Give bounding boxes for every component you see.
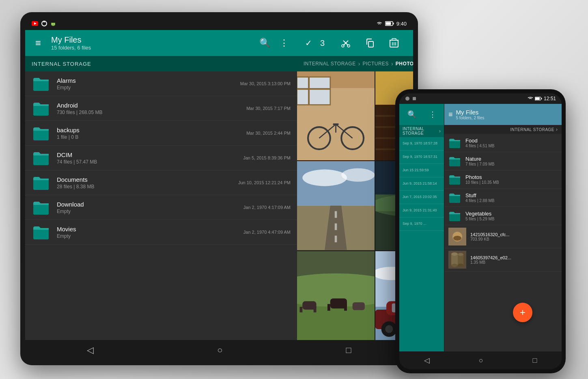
svg-rect-31 [297,88,330,90]
file-info: Movies Empty [57,226,237,239]
phone-content: 🔍 ⋮ INTERNAL STORAGE › Sep 9, 1970 18:57… [399,104,562,351]
svg-point-79 [405,97,409,101]
cut-icon[interactable] [341,38,351,48]
file-sub: 730 files | 268.05 MB [57,110,240,115]
recent-button[interactable]: □ [346,345,351,355]
file-list[interactable]: Alarms Empty Mar 30, 2015 3:13:00 PM And… [25,71,297,340]
phone-wifi-icon [528,97,533,101]
file-info: Android 730 files | 268.05 MB [57,102,240,115]
phone-search-icon[interactable]: 🔍 [407,110,416,119]
back-button[interactable]: ◁ [87,345,94,355]
svg-rect-82 [541,98,542,99]
svg-rect-4 [51,23,55,25]
phone-time: 12:51 [544,96,556,101]
photo-road-svg [297,161,375,250]
sidebar-date: Sep 9, 1970 ... [403,222,441,226]
phone-recent-button[interactable]: □ [532,356,537,365]
list-item[interactable]: Jun 9, 2015 21:58:14 [399,177,444,191]
list-item[interactable]: Jun 15 21:59:59 [399,164,444,177]
list-item[interactable]: Nature 7 files | 7.09 MB [444,152,562,170]
svg-point-95 [458,253,463,256]
phone-more-icon[interactable]: ⋮ [429,110,436,119]
phone-folder-icon [448,137,461,149]
list-item[interactable]: Download Empty Jan 2, 1970 4:17:09 AM [25,195,297,220]
svg-point-47 [302,170,347,186]
svg-rect-80 [413,97,416,100]
svg-point-94 [458,264,463,267]
phone-file-size: 1.35 MB [470,260,558,265]
list-item[interactable]: Sep 9, 1970 18:57:28 [399,137,444,151]
photo-cows-svg [297,251,375,340]
photo-cell[interactable] [297,251,375,340]
phone-fab-button[interactable]: + [513,303,532,322]
list-item[interactable]: Food 4 files | 4.51 MB [444,134,562,152]
tablet-left-panel: ≡ My Files 15 folders, 6 files 🔍 ⋮ INTER… [25,30,297,340]
file-name: backups [57,127,240,134]
list-item[interactable]: Android 730 files | 268.05 MB Mar 30, 20… [25,96,297,121]
file-date: Mar 30, 2015 3:13:00 PM [240,81,291,86]
svg-point-90 [451,264,458,267]
list-item[interactable]: 14605397426_e02... 1.35 MB [444,248,562,271]
phone-sidebar-items[interactable]: Sep 9, 1970 18:57:28 Sep 9, 1970 18:57:3… [399,137,444,351]
phone-battery-icon [535,97,542,101]
list-item[interactable]: Alarms Empty Mar 30, 2015 3:13:00 PM [25,71,297,96]
list-item[interactable]: DCIM 74 files | 57.47 MB Jan 5, 2015 8:3… [25,146,297,170]
phone-folder-info: Stuff 4 files | 2.88 MB [465,192,558,203]
file-info: backups 1 file | 0 B [57,127,240,140]
phone-folder-sub: 7 files | 7.09 MB [465,162,558,166]
list-item[interactable]: backups 1 file | 0 B Mar 30, 2015 2:44 P… [25,121,297,146]
phone-hamburger-icon[interactable]: ≡ [448,110,453,119]
svg-point-86 [453,236,461,241]
list-item[interactable]: Jun 9, 2015 21:31:40 [399,204,444,217]
file-sub: 74 files | 57.47 MB [57,159,237,165]
android-status-icon [50,21,56,26]
phone-folder-icon [448,174,461,185]
food-thumb-svg [448,228,466,245]
file-sub: Empty [57,209,237,214]
status-icons-left [32,21,56,26]
folder-icon [32,199,50,215]
phone-app-subtitle: 5 folders, 2 files [456,116,558,120]
sidebar-date: Jun 7, 2015 23:02:35 [403,195,441,199]
svg-rect-61 [299,307,302,312]
list-item[interactable]: Vegetables 5 files | 5.29 MB [444,207,562,225]
phone-status-bar: 12:51 [399,93,562,104]
copy-icon[interactable] [365,38,375,48]
more-options-icon[interactable]: ⋮ [278,38,291,48]
list-item[interactable]: 14210516320_cfc... 703.99 KB [444,225,562,248]
breadcrumb-storage: INTERNAL STORAGE [304,61,356,67]
photo-cell[interactable] [297,161,375,250]
svg-rect-89 [451,254,458,265]
phone-device: 12:51 🔍 ⋮ INTERNAL STORAGE › Sep 9, 1970… [395,89,566,373]
folder-icon [32,174,50,191]
list-item[interactable]: Photos 10 files | 10.35 MB [444,170,562,189]
svg-rect-93 [458,254,463,265]
phone-file-size: 703.99 KB [470,237,558,241]
search-icon[interactable]: 🔍 [258,38,271,48]
home-button[interactable]: ○ [217,345,222,355]
tablet-content: ≡ My Files 15 folders, 6 files 🔍 ⋮ INTER… [25,30,413,340]
list-item[interactable]: Sep 9, 1970 18:57:31 [399,151,444,164]
phone-folder-info: Vegetables 5 files | 5.29 MB [465,211,558,221]
photo-cell[interactable] [297,71,375,160]
folder-icon [32,100,50,116]
sidebar-date: Sep 9, 1970 18:57:31 [403,155,441,159]
list-item[interactable]: Movies Empty Jan 2, 1970 4:47:09 AM [25,220,297,245]
phone-back-button[interactable]: ◁ [424,356,430,365]
phone-home-button[interactable]: ○ [479,356,483,365]
phone-folder-sub: 4 files | 4.51 MB [465,144,558,148]
checkmark-icon[interactable]: ✓ [305,38,312,48]
sidebar-date: Jun 15 21:59:59 [403,168,441,172]
phone-app-title: My Files [456,109,558,116]
breadcrumb-sep-2: › [391,60,393,67]
hamburger-menu-icon[interactable]: ≡ [32,37,45,49]
list-item[interactable]: Sep 9, 1970 ... [399,217,444,231]
svg-point-6 [54,24,54,24]
list-item[interactable]: Documents 28 files | 8.38 MB Jun 10, 201… [25,170,297,195]
list-item[interactable]: Jun 7, 2015 23:02:35 [399,191,444,204]
left-breadcrumb-text: INTERNAL STORAGE [32,61,91,67]
list-item[interactable]: Stuff 4 files | 2.88 MB [444,189,562,207]
phone-folder-list[interactable]: Food 4 files | 4.51 MB Nature 7 files | … [444,134,562,351]
delete-icon[interactable] [390,38,398,48]
folder-icon [32,224,50,240]
